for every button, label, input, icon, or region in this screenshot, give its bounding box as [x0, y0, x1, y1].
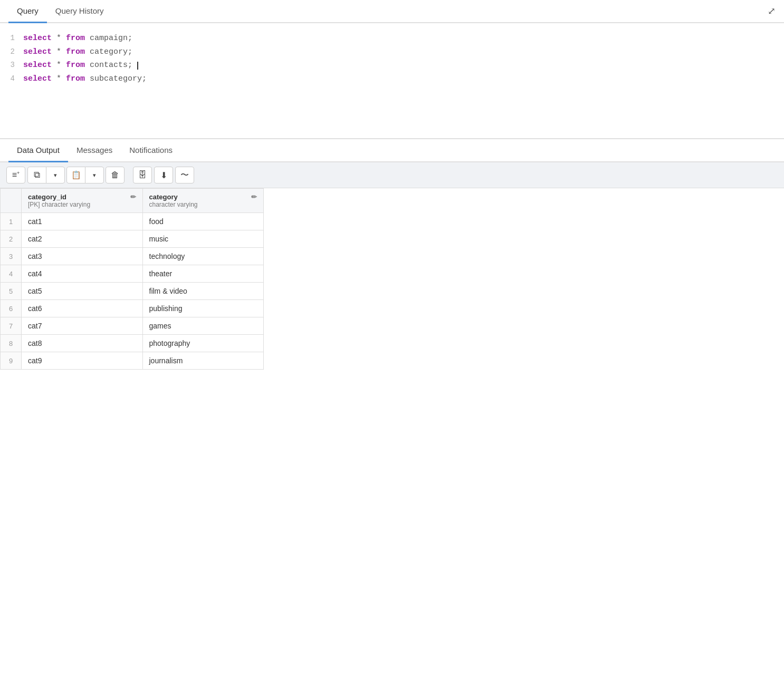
expand-icon[interactable]: ⤢ — [768, 5, 776, 17]
keyword: select — [23, 34, 52, 43]
category-cell: technology — [142, 248, 264, 265]
category-cell: journalism — [142, 352, 264, 370]
col-edit-icon[interactable]: ✏ — [251, 193, 257, 201]
copy-group: ⧉ ▾ — [27, 167, 64, 183]
category-cell: publishing — [142, 300, 264, 317]
bottom-tabs: Data Output Messages Notifications — [0, 139, 784, 162]
operator: category; — [85, 47, 132, 56]
keyword: select — [23, 74, 52, 83]
operator: * — [52, 74, 66, 83]
data-toolbar: ≡+ ⧉ ▾ 📋 ▾ 🗑 🗄 ⬇ 〜 — [0, 162, 784, 188]
paste-btn[interactable]: 📋 — [66, 167, 85, 183]
category-cell: games — [142, 317, 264, 335]
row-number-cell: 3 — [1, 248, 22, 265]
table-row: 5cat5film & video — [1, 283, 264, 300]
col-edit-icon[interactable]: ✏ — [130, 193, 136, 201]
tab-notifications[interactable]: Notifications — [121, 139, 181, 162]
keyword: from — [66, 74, 85, 83]
category-cell: film & video — [142, 283, 264, 300]
row-number-cell: 4 — [1, 265, 22, 283]
category-id-cell: cat1 — [22, 213, 143, 230]
graph-btn[interactable]: 〜 — [175, 167, 194, 183]
category-cell: music — [142, 230, 264, 248]
table-row: 7cat7games — [1, 317, 264, 335]
category-cell: theater — [142, 265, 264, 283]
copy-btn[interactable]: ⧉ — [27, 167, 46, 183]
row-number-cell: 6 — [1, 300, 22, 317]
table-row: 4cat4theater — [1, 265, 264, 283]
copy-dropdown-btn[interactable]: ▾ — [46, 167, 65, 183]
cursor — [137, 62, 138, 70]
col-header-category: category✏character varying — [142, 189, 264, 213]
code-content: select * from campaign; — [23, 32, 780, 45]
line-number: 1 — [4, 32, 23, 45]
delete-btn[interactable]: 🗑 — [106, 167, 125, 183]
row-number-cell: 7 — [1, 317, 22, 335]
paste-group: 📋 ▾ — [66, 167, 103, 183]
table-row: 3cat3technology — [1, 248, 264, 265]
operator: subcategory; — [85, 74, 147, 83]
col-label: category — [149, 193, 178, 201]
code-content: select * from subcategory; — [23, 72, 780, 86]
download-btn[interactable]: ⬇ — [154, 167, 173, 183]
code-line: 1select * from campaign; — [0, 32, 784, 45]
operator: campaign; — [85, 34, 132, 43]
keyword: select — [23, 47, 52, 56]
save-data-btn[interactable]: 🗄 — [133, 167, 152, 183]
keyword: from — [66, 61, 85, 70]
row-number-cell: 9 — [1, 352, 22, 370]
category-cell: photography — [142, 335, 264, 352]
tab-query-history[interactable]: Query History — [47, 0, 112, 23]
code-line: 4select * from subcategory; — [0, 72, 784, 86]
category-id-cell: cat3 — [22, 248, 143, 265]
keyword: from — [66, 34, 85, 43]
col-header-category_id: category_id✏[PK] character varying — [22, 189, 143, 213]
category-id-cell: cat9 — [22, 352, 143, 370]
operator: contacts; — [85, 61, 137, 70]
add-row-btn[interactable]: ≡+ — [6, 167, 25, 183]
category-id-cell: cat7 — [22, 317, 143, 335]
code-line: 2select * from category; — [0, 45, 784, 59]
operator: * — [52, 34, 66, 43]
category-cell: food — [142, 213, 264, 230]
row-number-cell: 2 — [1, 230, 22, 248]
table-row: 6cat6publishing — [1, 300, 264, 317]
tab-query[interactable]: Query — [8, 0, 47, 23]
category-id-cell: cat6 — [22, 300, 143, 317]
code-content: select * from category; — [23, 45, 780, 59]
line-number: 3 — [4, 59, 23, 72]
data-table: category_id✏[PK] character varyingcatego… — [0, 188, 264, 370]
data-table-wrapper: category_id✏[PK] character varyingcatego… — [0, 188, 784, 370]
bottom-panel: Data Output Messages Notifications ≡+ ⧉ … — [0, 139, 784, 370]
table-row: 2cat2music — [1, 230, 264, 248]
row-num-header — [1, 189, 22, 213]
line-number: 2 — [4, 46, 23, 59]
code-line: 3select * from contacts; — [0, 59, 784, 72]
category-id-cell: cat8 — [22, 335, 143, 352]
line-number: 4 — [4, 73, 23, 85]
paste-dropdown-btn[interactable]: ▾ — [85, 167, 104, 183]
row-number-cell: 5 — [1, 283, 22, 300]
keyword: from — [66, 47, 85, 56]
col-label: category_id — [28, 193, 66, 201]
category-id-cell: cat2 — [22, 230, 143, 248]
table-row: 1cat1food — [1, 213, 264, 230]
keyword: select — [23, 61, 52, 70]
category-id-cell: cat4 — [22, 265, 143, 283]
code-content: select * from contacts; — [23, 59, 780, 72]
table-row: 9cat9journalism — [1, 352, 264, 370]
col-sublabel: [PK] character varying — [28, 201, 136, 208]
query-editor[interactable]: 1select * from campaign;2select * from c… — [0, 23, 784, 139]
col-sublabel: character varying — [149, 201, 257, 208]
query-tabs: Query Query History ⤢ — [0, 0, 784, 23]
operator: * — [52, 61, 66, 70]
table-row: 8cat8photography — [1, 335, 264, 352]
operator: * — [52, 47, 66, 56]
tab-messages[interactable]: Messages — [68, 139, 121, 162]
tab-data-output[interactable]: Data Output — [8, 139, 68, 162]
row-number-cell: 8 — [1, 335, 22, 352]
row-number-cell: 1 — [1, 213, 22, 230]
category-id-cell: cat5 — [22, 283, 143, 300]
